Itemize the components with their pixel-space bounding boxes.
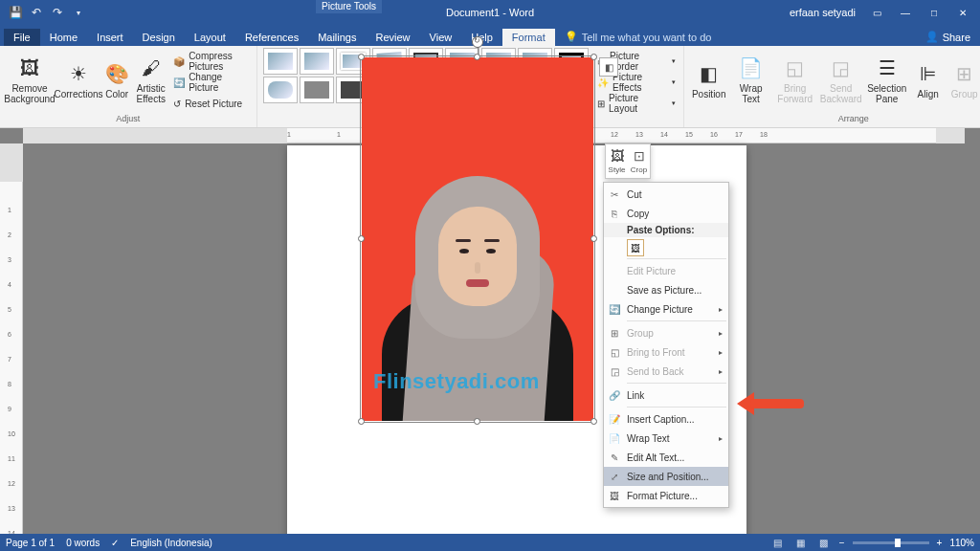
ctx-cut[interactable]: ✂Cut: [604, 185, 728, 204]
status-spellcheck-icon[interactable]: ✓: [111, 538, 119, 548]
selected-picture[interactable]: ◧: [362, 57, 593, 421]
mini-crop-label: Crop: [631, 165, 647, 174]
ctx-paste-header: Paste Options:: [604, 223, 728, 237]
share-button[interactable]: 👤Share: [916, 28, 980, 46]
ctx-size-and-position[interactable]: ⤢Size and Position...: [604, 467, 728, 486]
resize-handle-e[interactable]: [590, 235, 597, 242]
corrections-button[interactable]: ☀Corrections: [57, 48, 100, 111]
tab-design[interactable]: Design: [133, 29, 185, 46]
tab-insert[interactable]: Insert: [87, 29, 133, 46]
selection-pane-button[interactable]: ☰Selection Pane: [866, 48, 908, 111]
view-web-layout-icon[interactable]: ▩: [816, 536, 832, 549]
style-thumb[interactable]: [263, 48, 298, 75]
close-icon[interactable]: ✕: [949, 0, 976, 25]
vertical-ruler[interactable]: 123456789101112131415: [0, 143, 23, 534]
ctx-cut-label: Cut: [627, 189, 642, 200]
lightbulb-icon: 💡: [565, 31, 578, 43]
view-read-mode-icon[interactable]: ▤: [770, 536, 786, 549]
context-menu: ✂Cut ⎘Copy Paste Options: 🖼 Edit Picture…: [603, 182, 729, 508]
tab-layout[interactable]: Layout: [185, 29, 235, 46]
change-icon: 🔄: [173, 77, 185, 88]
mini-crop-button[interactable]: ⊡Crop: [628, 144, 650, 178]
zoom-level[interactable]: 110%: [949, 538, 974, 548]
send-backward-button[interactable]: ◲Send Backward: [820, 48, 862, 111]
zoom-slider[interactable]: [853, 541, 929, 544]
style-thumb[interactable]: [263, 77, 298, 103]
tab-mailings[interactable]: Mailings: [308, 29, 366, 46]
reset-icon: ↺: [173, 99, 181, 109]
rotate-handle[interactable]: [472, 36, 483, 48]
mini-style-button[interactable]: 🖼Style: [606, 144, 628, 178]
redo-icon[interactable]: ↷: [48, 3, 67, 22]
ctx-insert-caption[interactable]: 📝Insert Caption...: [604, 409, 728, 429]
wrap-text-button[interactable]: 📄Wrap Text: [732, 48, 770, 111]
view-print-layout-icon[interactable]: ▦: [793, 536, 809, 549]
ctx-paste-option-picture[interactable]: 🖼: [627, 239, 644, 256]
resize-handle-s[interactable]: [474, 418, 480, 425]
color-button[interactable]: 🎨Color: [103, 48, 130, 111]
resize-handle-nw[interactable]: [358, 54, 365, 60]
ctx-change-label: Change Picture: [627, 304, 693, 315]
style-thumb[interactable]: [300, 77, 334, 103]
tab-references[interactable]: References: [235, 29, 308, 46]
align-button[interactable]: ⊫Align: [912, 48, 945, 111]
artistic-effects-button[interactable]: 🖌Artistic Effects: [134, 48, 167, 111]
tab-home[interactable]: Home: [40, 29, 87, 46]
ribbon-options-icon[interactable]: ▭: [863, 0, 890, 25]
backward-icon: ◲: [828, 55, 855, 81]
status-page[interactable]: Page 1 of 1: [6, 538, 55, 548]
document-title: Document1 - Word: [446, 7, 534, 18]
layout-options-button[interactable]: ◧: [599, 57, 618, 77]
ctx-save-as-picture[interactable]: Save as Picture...: [604, 280, 728, 299]
zoom-out-icon[interactable]: −: [839, 538, 845, 548]
group-icon: ⊞: [951, 60, 978, 87]
format-pic-icon: 🖼: [608, 491, 621, 501]
corrections-icon: ☀: [65, 60, 92, 87]
qat-dropdown-icon[interactable]: ▾: [69, 3, 88, 22]
remove-background-button[interactable]: 🖼Remove Background: [6, 48, 54, 111]
title-bar: 💾 ↶ ↷ ▾ Picture Tools Document1 - Word e…: [0, 0, 980, 25]
ctx-edit-picture: Edit Picture: [604, 261, 728, 280]
zoom-in-icon[interactable]: +: [937, 538, 943, 548]
ctx-change-picture[interactable]: 🔄Change Picture▸: [604, 299, 728, 319]
save-icon[interactable]: 💾: [6, 3, 25, 22]
remove-bg-icon: 🖼: [16, 55, 43, 81]
style-thumb[interactable]: [300, 48, 334, 75]
tab-review[interactable]: Review: [367, 29, 420, 46]
tell-me-search[interactable]: 💡Tell me what you want to do: [555, 28, 722, 46]
ctx-send-back: ◲Send to Back▸: [604, 362, 728, 381]
ctx-copy[interactable]: ⎘Copy: [604, 204, 728, 223]
status-language[interactable]: English (Indonesia): [130, 538, 212, 548]
resize-handle-sw[interactable]: [358, 418, 365, 425]
ctx-size-label: Size and Position...: [627, 472, 709, 482]
change-picture-button[interactable]: 🔄Change Picture: [171, 73, 250, 92]
ctx-link[interactable]: 🔗Link: [604, 386, 728, 405]
selpane-icon: ☰: [874, 55, 901, 81]
tab-format[interactable]: Format: [502, 29, 555, 46]
minimize-icon[interactable]: —: [892, 0, 919, 25]
tab-view[interactable]: View: [420, 29, 462, 46]
group-objects-button[interactable]: ⊞Group: [948, 48, 980, 111]
undo-icon[interactable]: ↶: [27, 3, 46, 22]
resize-handle-ne[interactable]: [590, 54, 597, 60]
resize-handle-n[interactable]: [474, 54, 480, 60]
cut-icon: ✂: [608, 189, 621, 200]
bring-forward-button[interactable]: ◱Bring Forward: [774, 48, 816, 111]
maximize-icon[interactable]: □: [921, 0, 947, 25]
ribbon-tabs: File Home Insert Design Layout Reference…: [0, 25, 980, 46]
status-word-count[interactable]: 0 words: [66, 538, 100, 548]
artistic-label: Artistic Effects: [134, 83, 167, 104]
ctx-wrap-text[interactable]: 📄Wrap Text▸: [604, 429, 728, 448]
tab-file[interactable]: File: [4, 29, 40, 46]
ctx-save-label: Save as Picture...: [627, 285, 702, 296]
ctx-group-label: Group: [627, 328, 654, 339]
ctx-alt-text[interactable]: ✎Edit Alt Text...: [604, 448, 728, 467]
position-button[interactable]: ◧Position: [690, 48, 728, 111]
user-name[interactable]: erfaan setyadi: [784, 7, 861, 18]
ctx-format-picture[interactable]: 🖼Format Picture...: [604, 486, 728, 505]
picture-layout-button[interactable]: ⊞Picture Layout▾: [595, 94, 678, 113]
resize-handle-w[interactable]: [358, 235, 365, 242]
compress-pictures-button[interactable]: 📦Compress Pictures: [171, 52, 250, 71]
resize-handle-se[interactable]: [590, 418, 597, 425]
reset-picture-button[interactable]: ↺Reset Picture: [171, 94, 250, 113]
